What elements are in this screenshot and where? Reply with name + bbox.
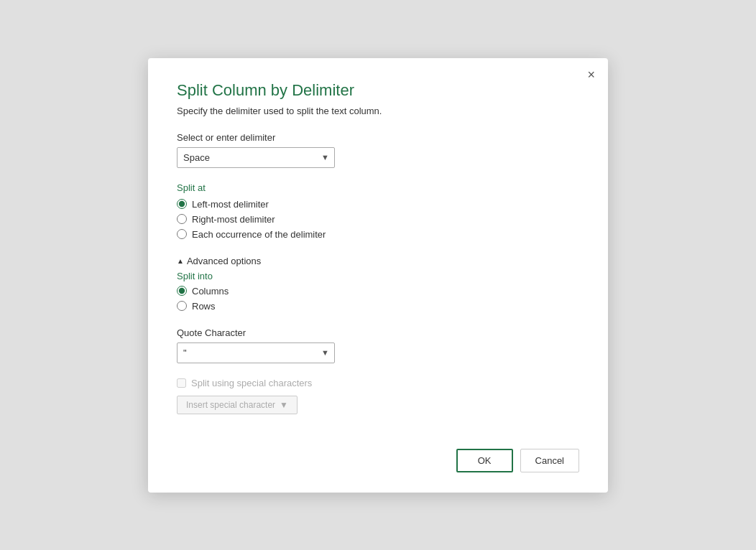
split-into-columns-label: Columns	[192, 286, 229, 297]
split-at-each-radio[interactable]	[177, 229, 187, 239]
quote-character-section: Quote Character " ' None ▼	[177, 327, 579, 363]
split-into-radio-group: Columns Rows	[177, 286, 579, 312]
advanced-options-header: ▲ Advanced options	[177, 256, 579, 266]
split-into-columns[interactable]: Columns	[177, 286, 579, 297]
quote-select-wrapper: " ' None ▼	[177, 342, 335, 363]
quote-select[interactable]: " ' None	[177, 342, 335, 363]
close-button[interactable]: ×	[587, 68, 595, 81]
split-at-rightmost[interactable]: Right-most delimiter	[177, 214, 579, 225]
split-at-each-label: Each occurrence of the delimiter	[192, 229, 326, 240]
split-into-rows-radio[interactable]	[177, 301, 187, 311]
delimiter-section: Select or enter delimiter Space Comma Se…	[177, 132, 579, 168]
delimiter-select-wrapper: Space Comma Semicolon Tab Custom ▼	[177, 147, 335, 168]
cancel-button[interactable]: Cancel	[520, 449, 579, 472]
split-into-columns-radio[interactable]	[177, 286, 187, 296]
quote-character-label: Quote Character	[177, 327, 579, 338]
insert-special-char-label: Insert special character	[186, 400, 275, 410]
split-into-rows[interactable]: Rows	[177, 301, 579, 312]
advanced-options-label: Advanced options	[187, 256, 261, 266]
delimiter-label: Select or enter delimiter	[177, 132, 579, 143]
split-at-radio-group: Left-most delimiter Right-most delimiter…	[177, 199, 579, 240]
split-column-dialog: × Split Column by Delimiter Specify the …	[148, 58, 608, 493]
split-at-section: Split at Left-most delimiter Right-most …	[177, 182, 579, 240]
special-chars-label: Split using special characters	[191, 378, 312, 388]
advanced-options-triangle-icon: ▲	[177, 257, 184, 265]
special-chars-checkbox-row: Split using special characters	[177, 378, 579, 388]
split-into-label: Split into	[177, 271, 579, 281]
split-at-rightmost-radio[interactable]	[177, 214, 187, 224]
special-chars-section: Split using special characters Insert sp…	[177, 378, 579, 414]
split-into-rows-label: Rows	[192, 301, 216, 312]
split-at-leftmost-label: Left-most delimiter	[192, 199, 269, 210]
advanced-options-section: ▲ Advanced options Split into Columns Ro…	[177, 256, 579, 312]
split-at-label: Split at	[177, 182, 579, 193]
split-at-each[interactable]: Each occurrence of the delimiter	[177, 229, 579, 240]
delimiter-select[interactable]: Space Comma Semicolon Tab Custom	[177, 147, 335, 168]
split-at-leftmost-radio[interactable]	[177, 199, 187, 209]
dialog-footer: OK Cancel	[177, 440, 579, 472]
special-chars-checkbox[interactable]	[177, 378, 186, 388]
split-at-rightmost-label: Right-most delimiter	[192, 214, 275, 225]
insert-special-char-button[interactable]: Insert special character ▼	[177, 396, 298, 414]
insert-special-char-arrow-icon: ▼	[280, 400, 288, 410]
dialog-title: Split Column by Delimiter	[177, 81, 579, 100]
ok-button[interactable]: OK	[456, 449, 513, 472]
split-at-leftmost[interactable]: Left-most delimiter	[177, 199, 579, 210]
dialog-subtitle: Specify the delimiter used to split the …	[177, 106, 579, 116]
